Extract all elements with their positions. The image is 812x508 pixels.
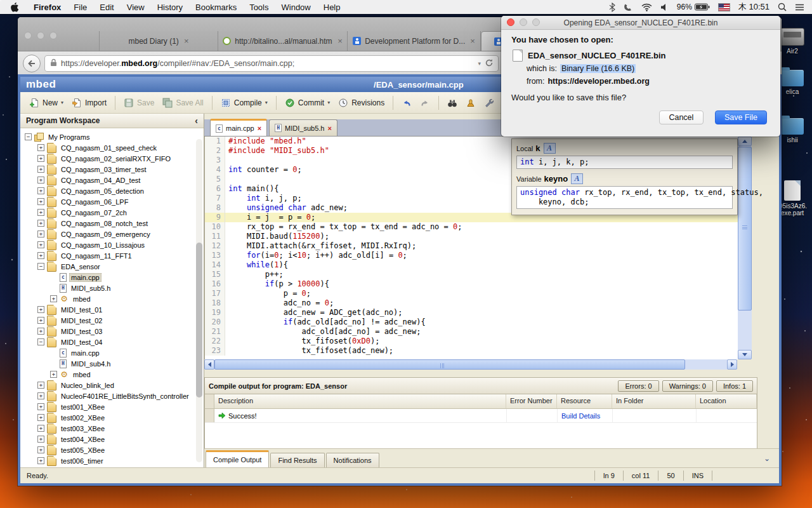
expand-icon[interactable]: + [37, 198, 44, 205]
panel-tab-find-results[interactable]: Find Results [270, 453, 324, 467]
tree-item-midi-test-01[interactable]: +MIDI_test_01 [20, 304, 204, 315]
code-line-15[interactable]: 15 p++; [205, 270, 738, 279]
tree-item-cq-nagasm-03-timer-test[interactable]: +CQ_nagasm_03_timer_test [20, 164, 204, 175]
expand-icon[interactable]: + [37, 414, 44, 421]
close-tab-icon[interactable]: × [327, 124, 331, 132]
reload-icon[interactable] [485, 58, 493, 69]
input-source-flag-icon[interactable] [718, 3, 730, 11]
scroll-up-button[interactable] [738, 137, 752, 146]
find-button[interactable] [443, 96, 461, 110]
expand-icon[interactable]: + [37, 436, 44, 443]
handoff-phone-icon[interactable] [624, 3, 633, 12]
scroll-down-button[interactable] [738, 350, 752, 359]
menu-history[interactable]: History [151, 3, 189, 12]
bluetooth-icon[interactable] [609, 3, 615, 12]
redo-button[interactable] [416, 96, 434, 110]
format-button[interactable] [462, 96, 480, 110]
tree-item-test002-xbee[interactable]: +test002_XBee [20, 412, 204, 423]
column-header-location[interactable]: Location [696, 394, 757, 408]
wifi-icon[interactable] [641, 3, 652, 11]
panel-tab-compile-output[interactable]: Compile Output [206, 450, 269, 467]
expand-icon[interactable]: + [37, 382, 44, 389]
code-line-13[interactable]: 13 for(i=0; i<10; i++) adc_old[i] = 0; [205, 251, 738, 260]
url-dropdown-icon[interactable]: ▾ [478, 60, 481, 67]
tree-item-cq-nagasm-10-lissajous[interactable]: +CQ_nagasm_10_Lissajous [20, 239, 204, 250]
expand-icon[interactable]: + [37, 328, 44, 335]
code-line-16[interactable]: 16 if(p > 10000){ [205, 279, 738, 289]
expand-icon[interactable]: + [37, 187, 44, 194]
url-bar[interactable]: https://developer.mbed.org/compiler/#nav… [44, 55, 499, 72]
tree-item-midi-test-04[interactable]: −MIDI_test_04 [20, 337, 204, 347]
tree-item-cq-nagasm-08-notch-test[interactable]: +CQ_nagasm_08_notch_test [20, 218, 204, 229]
tree-item-my-programs[interactable]: −My Programs [20, 131, 204, 142]
undo-button[interactable] [398, 96, 416, 110]
expand-icon[interactable]: + [50, 371, 57, 378]
tree-item-mbed[interactable]: +⚙mbed [20, 369, 204, 380]
build-details-link[interactable]: Build Details [561, 412, 600, 420]
window-zoom-button[interactable] [49, 32, 57, 39]
column-header-error-number[interactable]: Error Number [506, 394, 557, 408]
window-close-button[interactable] [24, 32, 32, 39]
battery-indicator[interactable]: 96% [677, 3, 710, 11]
revisions-button[interactable]: Revisions [334, 96, 388, 110]
code-line-10[interactable]: 10 rx_top = rx_end = tx_top = tx_end = a… [205, 222, 738, 232]
column-header-in-folder[interactable]: In Folder [612, 394, 696, 408]
spotlight-icon[interactable] [778, 3, 787, 11]
tree-item-cq-nagasm-06-lpf[interactable]: +CQ_nagasm_06_LPF [20, 196, 204, 207]
code-line-20[interactable]: 20 if(adc_old[adc_no] != adc_new){ [205, 318, 738, 327]
expand-icon[interactable]: + [37, 155, 44, 162]
tree-item-cq-nagasm-07-2ch[interactable]: +CQ_nagasm_07_2ch [20, 207, 204, 218]
tools-button[interactable] [480, 96, 498, 110]
expand-icon[interactable]: + [37, 306, 44, 313]
expand-icon[interactable]: + [37, 317, 44, 324]
collapse-icon[interactable]: − [37, 263, 44, 270]
workspace-scrollbar[interactable] [196, 139, 202, 462]
new-button[interactable]: New▾ [25, 96, 67, 110]
code-line-23[interactable]: 23 tx_fifoset(adc_new); [205, 346, 738, 356]
menu-view[interactable]: View [121, 3, 151, 12]
tab-close-icon[interactable]: × [184, 36, 189, 46]
code-line-17[interactable]: 17 p = 0; [205, 289, 738, 298]
code-line-22[interactable]: 22 tx_fifoset(0xD0); [205, 337, 738, 346]
window-minimize-button[interactable] [37, 32, 44, 39]
expand-icon[interactable]: + [37, 220, 44, 227]
menu-help[interactable]: Help [317, 3, 347, 12]
vertical-scroll-thumb[interactable] [738, 147, 752, 311]
volume-icon[interactable] [660, 3, 669, 11]
expand-icon[interactable]: + [37, 209, 44, 216]
menu-window[interactable]: Window [275, 3, 317, 12]
tree-item-midi-test-03[interactable]: +MIDI_test_03 [20, 326, 204, 337]
code-line-14[interactable]: 14 while(1){ [205, 260, 738, 270]
expand-icon[interactable]: + [37, 252, 44, 259]
import-button[interactable]: Import [68, 96, 110, 110]
editor-vertical-scrollbar[interactable] [738, 137, 752, 359]
cancel-button[interactable]: Cancel [659, 110, 704, 124]
tree-item-test004-xbee[interactable]: +test004_XBee [20, 434, 204, 444]
code-line-19[interactable]: 19 adc_new = ADC_get(adc_no); [205, 308, 738, 318]
collapse-icon[interactable]: − [25, 133, 32, 140]
collapse-icon[interactable]: − [37, 338, 44, 345]
tree-item-test006-timer[interactable]: +test006_timer [20, 455, 204, 466]
expand-icon[interactable]: + [37, 425, 44, 432]
symbol-doc-icon[interactable]: A [571, 173, 583, 184]
expand-icon[interactable]: + [37, 446, 44, 453]
tree-item-test005-xbee[interactable]: +test005_XBee [20, 444, 204, 455]
infos-badge[interactable]: Infos: 1 [716, 380, 753, 392]
menu-edit[interactable]: Edit [93, 3, 120, 12]
back-button[interactable] [23, 55, 41, 72]
browser-tab-mbed-diary-1[interactable]: mbed Diary (1)× [99, 31, 218, 51]
tree-item-test001-xbee[interactable]: +test001_XBee [20, 401, 204, 412]
tree-item-cq-nagasm-01-speed-check[interactable]: +CQ_nagasm_01_speed_check [20, 142, 204, 153]
symbol-doc-icon[interactable]: A [544, 143, 556, 154]
scroll-left-button[interactable] [204, 359, 214, 370]
notification-center-icon[interactable] [795, 3, 804, 11]
dialog-close-button[interactable] [507, 18, 514, 26]
expand-icon[interactable]: + [37, 403, 44, 410]
code-line-12[interactable]: 12 MIDI.attach(&rx_fifoset, MIDI.RxIrq); [205, 241, 738, 251]
expand-icon[interactable]: + [37, 457, 44, 464]
menu-firefox[interactable]: Firefox [27, 3, 67, 12]
column-header-resource[interactable]: Resource [557, 394, 612, 408]
tree-item-eda-sensor[interactable]: −EDA_sensor [20, 261, 204, 272]
scroll-right-button[interactable] [727, 359, 737, 370]
panel-collapse-chevron-icon[interactable]: ⌄ [764, 454, 770, 463]
